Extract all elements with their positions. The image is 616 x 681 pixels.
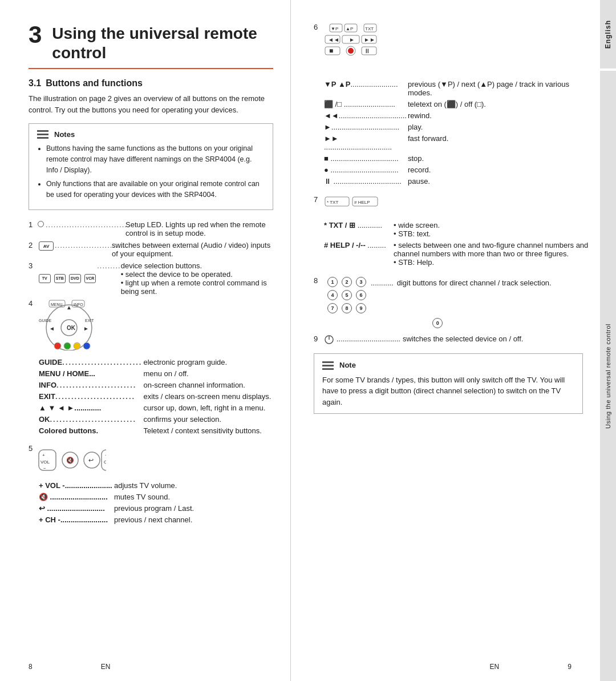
svg-text:+: + xyxy=(42,453,45,458)
footer-right: EN 9 xyxy=(490,663,572,671)
sec8-dots: ........... xyxy=(371,276,394,314)
pause-desc: pause. xyxy=(408,176,591,186)
svg-text:⏸: ⏸ xyxy=(364,47,370,54)
notes-header: Notes xyxy=(37,130,265,139)
svg-text:TXT: TXT xyxy=(365,26,374,31)
sec8-num: 8 xyxy=(314,276,324,329)
section-number: 3.1 xyxy=(29,78,41,88)
item-2-num: 2 xyxy=(29,241,38,258)
side-tab-label-area: Using the universal remote control xyxy=(600,71,616,681)
rec-row: ● ................................. reco… xyxy=(324,164,591,175)
svg-point-15 xyxy=(74,342,80,349)
item-4-num: 4 xyxy=(29,299,38,354)
power-icon-svg xyxy=(324,335,334,345)
help-desc: • selects between one and two-figure cha… xyxy=(394,240,591,267)
item-3-num: 3 xyxy=(29,261,38,296)
prev-label: ↩ ............................ xyxy=(39,503,113,514)
vol-row: + VOL -....................... adjusts T… xyxy=(39,481,281,491)
num-grid: 1 2 3 4 5 6 7 8 9 xyxy=(326,276,367,314)
svg-text:■: ■ xyxy=(329,47,333,55)
section-title: Buttons and functions xyxy=(46,78,143,88)
section-9: 9 ............................... switch… xyxy=(314,335,583,346)
desc-row-info: INFO......................... on-screen … xyxy=(39,380,281,390)
arrows-desc: cursor up, down, left, right in a menu. xyxy=(143,403,281,413)
side-tab-text: Using the universal remote control xyxy=(605,324,611,429)
ok-desc: confirms your selection. xyxy=(143,414,281,425)
svg-text:◄: ◄ xyxy=(49,325,55,332)
btn-3: 3 xyxy=(356,277,366,287)
item-1-desc: Setup LED. Lights up red when the remote… xyxy=(125,220,273,237)
item-1-dots: ................................ xyxy=(46,220,125,237)
sec6-desc-table: ▼P ▲P....................... previous (▼… xyxy=(323,78,592,187)
item-2: 2 AV ............................ switch… xyxy=(29,241,273,258)
pause-label: ⏸ ................................. xyxy=(324,176,407,186)
colored-label: Colored buttons. xyxy=(39,426,142,436)
sec7-diagram: * TXT # HELP xyxy=(324,195,381,214)
svg-text:▲: ▲ xyxy=(66,304,72,311)
colored-desc: Teletext / context sensitivity buttons. xyxy=(143,426,281,436)
notes-title: Notes xyxy=(54,130,75,139)
item-4: 4 OK ▲ ▼ ◄ ► xyxy=(29,299,273,354)
svg-point-44 xyxy=(348,48,354,54)
txt-label: ⬛ /□ ......................... xyxy=(324,99,407,109)
english-label: English xyxy=(604,20,612,49)
rew-desc: rewind. xyxy=(408,110,591,120)
sec9-power-icon xyxy=(324,335,334,346)
mute-desc: mutes TV sound. xyxy=(114,492,281,502)
english-tab: English xyxy=(600,0,616,68)
desc-row-exit: EXIT......................... exits / cl… xyxy=(39,392,281,402)
menu-desc: menu on / off. xyxy=(143,369,281,379)
svg-text:−: − xyxy=(43,466,46,471)
svg-text:►: ► xyxy=(83,325,89,332)
play-row: ►................................. play. xyxy=(324,122,591,132)
sec6-num: 6 xyxy=(314,23,324,73)
item-1-circle xyxy=(38,220,46,237)
ff-desc: fast forward. xyxy=(408,133,591,152)
note-right-title: Note xyxy=(339,360,356,371)
item-2-dots: ............................ xyxy=(55,241,112,258)
notes-icon xyxy=(37,130,50,139)
pause-row: ⏸ ................................. paus… xyxy=(324,176,591,186)
item-3: 3 TV STB DVD VCR ......... device select… xyxy=(29,261,273,296)
item-5-num: 5 xyxy=(29,444,38,477)
footer-left: 8 EN xyxy=(29,663,110,671)
menu-label: MENU / HOME... xyxy=(39,369,142,379)
txt-wide-desc: • wide screen.• STB: text. xyxy=(394,220,591,239)
ch-desc: previous / next channel. xyxy=(114,515,281,525)
svg-text:▼P: ▼P xyxy=(331,26,338,31)
help-row: # HELP / -/-- ......... • selects betwee… xyxy=(324,240,591,267)
item-1: 1 ................................ Setup… xyxy=(29,220,273,237)
side-tab: English Using the universal remote contr… xyxy=(600,0,616,681)
sec8-content: 1 2 3 4 5 6 7 8 9 ........... digit butt… xyxy=(324,276,552,329)
right-column: 6 ▼P ▲P TXT ◄◄ xyxy=(291,0,600,681)
txt-desc: teletext on (⬛) / off (□). xyxy=(408,99,591,109)
svg-text:VOL: VOL xyxy=(40,460,50,465)
nav-diagram: OK ▲ ▼ ◄ ► MENU INFO GUIDE EXIT xyxy=(38,299,100,350)
section-8: 8 1 2 3 4 5 6 7 8 9 xyxy=(314,276,583,329)
page-container: English Using the universal remote contr… xyxy=(0,0,616,681)
desc-row-arrows: ▲ ▼ ◄ ►............. cursor up, down, le… xyxy=(39,403,281,413)
svg-text:🔇: 🔇 xyxy=(66,456,74,464)
btn-7: 7 xyxy=(327,303,338,313)
svg-point-13 xyxy=(54,342,61,349)
notes-list: Buttons having the same functions as the… xyxy=(37,143,265,200)
exit-desc: exits / clears on-screen menu displays. xyxy=(143,392,281,402)
rew-row: ◄◄................................. rewi… xyxy=(324,110,591,120)
rec-desc: record. xyxy=(408,164,591,175)
info-label: INFO......................... xyxy=(39,380,142,390)
sec9-dots: ............................... xyxy=(337,335,400,346)
transport-diagram: ▼P ▲P TXT ◄◄ ► ►► xyxy=(324,23,398,71)
play-label: ►................................. xyxy=(324,122,407,132)
mute-row: 🔇 ............................ mutes TV … xyxy=(39,492,281,502)
item-5-desc-table: + VOL -....................... adjusts T… xyxy=(38,479,282,526)
help-label: # HELP / -/-- ......... xyxy=(324,240,392,267)
desc-row-menu: MENU / HOME... menu on / off. xyxy=(39,369,281,379)
stop-label: ■ ................................. xyxy=(324,153,407,163)
page-footer: 8 EN EN 9 xyxy=(0,663,600,671)
desc-row-colored: Colored buttons. Teletext / context sens… xyxy=(39,426,281,436)
svg-text:* TXT: * TXT xyxy=(327,200,338,205)
svg-text:OK: OK xyxy=(67,325,76,331)
txt-help-diagram: * TXT # HELP xyxy=(324,195,381,212)
chapter-divider xyxy=(29,68,273,69)
btn-5: 5 xyxy=(342,290,352,300)
